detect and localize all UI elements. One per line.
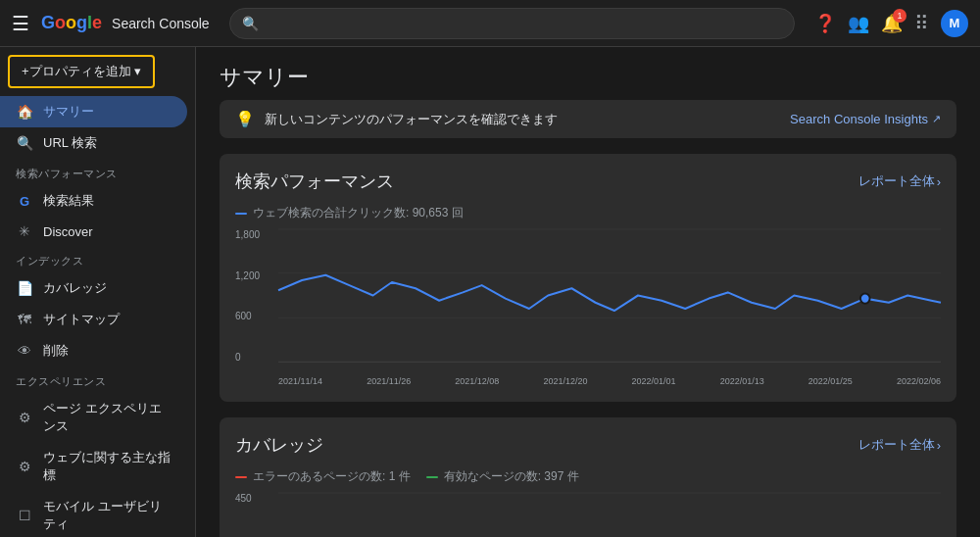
svg-point-4 [860, 293, 870, 303]
search-icon: 🔍 [242, 16, 259, 31]
sidebar-item-page-experience[interactable]: ⚙ ページ エクスペリエンス [0, 393, 187, 442]
coverage-y-labels: 450 300 [235, 493, 274, 537]
search-performance-card: 検索パフォーマンス レポート全体 › ウェブ検索の合計クリック数: 90,653… [220, 154, 956, 402]
notification-icon[interactable]: 🔔 1 [881, 13, 903, 34]
sitemaps-icon: 🗺 [16, 312, 33, 327]
sidebar-item-summary[interactable]: 🏠 サマリー [0, 96, 187, 127]
red-legend-dot [235, 476, 247, 478]
notification-badge: 1 [893, 9, 906, 23]
coverage-report-link[interactable]: レポート全体 › [858, 436, 941, 454]
coverage-error-text: エラーのあるページの数: 1 件 [253, 468, 411, 485]
green-legend-dot [426, 476, 438, 478]
coverage-icon: 📄 [16, 280, 33, 296]
coverage-chart-svg [278, 493, 941, 537]
search-chart-container: 1,800 1,200 600 0 [235, 229, 941, 386]
search-legend-text: ウェブ検索の合計クリック数: 90,653 回 [253, 205, 464, 221]
search-report-link[interactable]: レポート全体 › [858, 172, 941, 190]
sidebar-item-label: 検索結果 [43, 192, 94, 210]
sidebar-item-label: ウェブに関する主な指標 [43, 449, 172, 484]
sidebar-item-discover[interactable]: ✳ Discover [0, 217, 187, 246]
sidebar-item-label: サイトマップ [43, 311, 120, 328]
chevron-right-icon: › [937, 174, 941, 189]
search-chart-area [278, 229, 941, 363]
section-label-index: インデックス [0, 246, 195, 272]
sidebar-item-mobile-usability[interactable]: ☐ モバイル ユーザビリティ [0, 491, 187, 537]
add-property-button[interactable]: +プロパティを追加 ▾ [8, 55, 155, 88]
coverage-card: カバレッジ レポート全体 › エラーのあるページの数: 1 件 有効なページの数… [220, 417, 956, 537]
avatar[interactable]: M [941, 10, 968, 37]
search-performance-title: 検索パフォーマンス [235, 170, 394, 193]
users-icon[interactable]: 👥 [848, 13, 869, 34]
page-exp-icon: ⚙ [16, 410, 33, 425]
cwv-icon: ⚙ [16, 459, 33, 474]
sidebar-item-label: Discover [43, 224, 93, 239]
coverage-chart-area [278, 493, 941, 537]
chart-x-labels: 2021/11/14 2021/11/26 2021/12/08 2021/12… [278, 376, 941, 386]
sidebar-item-label: モバイル ユーザビリティ [43, 498, 172, 533]
section-label-search-performance: 検索パフォーマンス [0, 159, 195, 185]
card-header-search: 検索パフォーマンス レポート全体 › [235, 170, 941, 193]
app-header: ☰ Google Search Console 🔍 ❓ 👥 🔔 1 ⠿ M [0, 0, 980, 47]
sidebar-item-coverage[interactable]: 📄 カバレッジ [0, 272, 187, 304]
external-link-icon: ↗ [932, 113, 941, 125]
sidebar-item-removals[interactable]: 👁 削除 [0, 335, 187, 366]
sidebar-item-label: サマリー [43, 103, 94, 121]
coverage-report-link-text: レポート全体 [858, 436, 935, 454]
chevron-right-icon: › [937, 438, 941, 453]
main-content: サマリー 💡 新しいコンテンツのパフォーマンスを確認できます Search Co… [196, 47, 980, 537]
sidebar-item-search-results[interactable]: G 検索結果 [0, 185, 187, 217]
sidebar: +プロパティを追加 ▾ 🏠 サマリー 🔍 URL 検索 検索パフォーマンス G … [0, 47, 196, 537]
banner-text-area: 💡 新しいコンテンツのパフォーマンスを確認できます [235, 110, 558, 128]
sidebar-item-sitemaps[interactable]: 🗺 サイトマップ [0, 304, 187, 335]
sidebar-item-label: ページ エクスペリエンス [43, 400, 172, 435]
url-search-icon: 🔍 [16, 135, 33, 151]
coverage-chart-container: 450 300 [235, 493, 941, 537]
sidebar-item-label: 削除 [43, 342, 69, 360]
console-insights-link[interactable]: Search Console Insights ↗ [790, 112, 941, 126]
search-report-link-text: レポート全体 [858, 172, 935, 190]
help-icon[interactable]: ❓ [814, 13, 836, 34]
mobile-icon: ☐ [16, 508, 33, 523]
banner: 💡 新しいコンテンツのパフォーマンスを確認できます Search Console… [220, 100, 956, 138]
sidebar-item-label: カバレッジ [43, 279, 107, 297]
insights-link-text: Search Console Insights [790, 112, 928, 126]
sidebar-item-core-web-vitals[interactable]: ⚙ ウェブに関する主な指標 [0, 442, 187, 491]
sidebar-item-label: URL 検索 [43, 134, 97, 152]
app-title: Search Console [112, 16, 210, 31]
bulb-icon: 💡 [235, 110, 255, 128]
menu-icon[interactable]: ☰ [12, 12, 29, 35]
blue-legend-dot [235, 213, 247, 215]
card-header-coverage: カバレッジ レポート全体 › [235, 433, 941, 457]
app-logo: Google Search Console [41, 13, 210, 33]
search-chart-svg [278, 229, 941, 362]
removals-icon: 👁 [16, 343, 33, 359]
coverage-valid-text: 有効なページの数: 397 件 [444, 468, 579, 485]
app-body: +プロパティを追加 ▾ 🏠 サマリー 🔍 URL 検索 検索パフォーマンス G … [0, 47, 980, 537]
section-label-experience: エクスペリエンス [0, 366, 195, 393]
apps-icon[interactable]: ⠿ [914, 12, 929, 35]
search-bar[interactable]: 🔍 [229, 8, 795, 39]
google-g-icon: G [16, 194, 33, 209]
coverage-error-legend: エラーのあるページの数: 1 件 [235, 468, 411, 485]
search-chart-legend: ウェブ検索の合計クリック数: 90,653 回 [235, 205, 941, 221]
coverage-legends: エラーのあるページの数: 1 件 有効なページの数: 397 件 [235, 468, 941, 493]
coverage-valid-legend: 有効なページの数: 397 件 [426, 468, 579, 485]
discover-icon: ✳ [16, 223, 33, 239]
google-logo-text: Google [41, 13, 102, 33]
coverage-title: カバレッジ [235, 433, 323, 457]
page-title: サマリー [196, 47, 980, 100]
sidebar-item-url-inspection[interactable]: 🔍 URL 検索 [0, 127, 187, 159]
chart-y-labels: 1,800 1,200 600 0 [235, 229, 274, 363]
banner-text: 新しいコンテンツのパフォーマンスを確認できます [265, 111, 558, 128]
home-icon: 🏠 [16, 104, 33, 120]
header-actions: ❓ 👥 🔔 1 ⠿ M [814, 10, 968, 37]
